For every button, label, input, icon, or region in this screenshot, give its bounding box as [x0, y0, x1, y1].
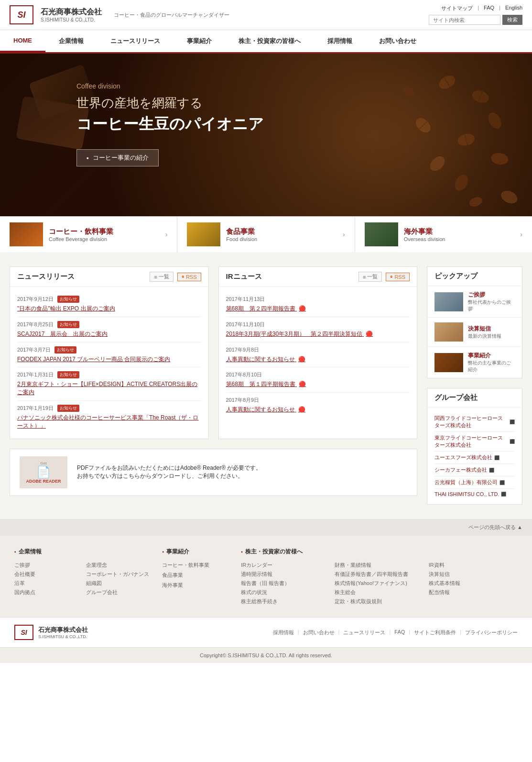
search-button[interactable]: 検索 [502, 15, 522, 25]
pickup-sub-1: 最新の決算情報 [468, 333, 501, 340]
nav-link-contact[interactable]: お問い合わせ [366, 30, 430, 52]
ir-list-btn-label: 一覧 [367, 273, 378, 280]
division-card-overseas[interactable]: 海外事業 Overseas division › [355, 217, 532, 252]
left-col: ニュースリリース ≡ 一覧 ◉ RSS [10, 266, 417, 505]
footer-col-title-company: ▪ 企業情報 [14, 548, 152, 556]
division-card-coffee[interactable]: コーヒー・飲料事業 Coffee Beverage division › [0, 217, 177, 252]
nav-link-news[interactable]: ニュースリリース [97, 30, 174, 52]
footer-link-c7[interactable]: グループ会社 [86, 589, 153, 596]
news-link-0[interactable]: "日本の食品"輸出 EXPO 出展のご案内 [17, 305, 115, 312]
news-link-3[interactable]: 2月東京ギフト・ショー【LIFE×DESIGN】ACTIVE CREATORS出… [17, 381, 197, 396]
logo-si-text: SI [17, 10, 25, 20]
group-item-0[interactable]: 関西フライドコーヒーロースターズ株式会社 ⬛ [434, 412, 515, 432]
search-input[interactable] [429, 15, 500, 25]
footer-bottom-link-5[interactable]: プライバシーポリシー [465, 629, 518, 636]
news-link-2[interactable]: FOODEX JAPAN 2017 ブルーベリー商品 合同展示のご案内 [17, 356, 171, 363]
footer-link-i9[interactable]: 株式の状況 [241, 589, 330, 596]
header: SI 石光商事株式会社 S.ISHIMITSU & CO.,LTD. コーヒー・… [0, 0, 532, 30]
english-link[interactable]: English [505, 5, 522, 12]
footer-link-i4[interactable]: 有価証券報告書／四半期報告書 [335, 571, 423, 578]
ir-link-3[interactable]: 第68期 第１四半期報告書 🔴 [226, 381, 306, 387]
nav-link-company[interactable]: 企業情報 [45, 30, 97, 52]
news-list-button[interactable]: ≡ 一覧 [150, 272, 173, 282]
footer-link-c0[interactable]: ご挨拶 [14, 562, 81, 569]
footer-link-i11[interactable]: 配当情報 [429, 589, 518, 596]
main-nav: HOME 企業情報 ニュースリリース 事業紹介 株主・投資家の皆様へ 採用情報 … [0, 30, 532, 54]
footer-cols: ▪ 企業情報 ご挨拶 企業理念 会社概要 コーポレート・ガバナンス 沿革 組織図… [14, 548, 518, 605]
pickup-item-0[interactable]: ご挨拶 弊社代表からのご挨拶 [427, 286, 522, 318]
adobe-logo: Get 📄 ADOBE READER [20, 456, 67, 488]
footer-bottom-link-1[interactable]: お問い合わせ [303, 629, 335, 636]
footer-link-i0[interactable]: IRカレンダー [241, 562, 330, 569]
nav-item-business[interactable]: 事業紹介 [174, 30, 225, 52]
footer-link-c6[interactable]: 国内拠点 [14, 589, 81, 596]
footer-link-i12[interactable]: 株主総務手続き [241, 598, 330, 605]
footer-link-c3[interactable]: コーポレート・ガバナンス [86, 571, 153, 578]
footer-bottom-link-0[interactable]: 採用情報 [273, 629, 294, 636]
footer-link-b2[interactable]: 海外事業 [162, 582, 231, 589]
news-link-1[interactable]: SCAJ2017 展示会 出展のご案内 [17, 331, 108, 337]
footer-link-b1[interactable]: 食品事業 [162, 572, 231, 579]
footer-icon-business: ▪ [162, 549, 164, 554]
nav-item-news[interactable]: ニュースリリース [97, 30, 174, 52]
footer-link-i8[interactable]: 株式基本情報 [429, 580, 518, 587]
news-rss-button[interactable]: ◉ RSS [177, 273, 201, 281]
pickup-item-1[interactable]: 決算短信 最新の決算情報 [427, 318, 522, 347]
division-info-coffee: コーヒー・飲料事業 Coffee Beverage division [49, 227, 160, 242]
sitemap-link[interactable]: サイトマップ [441, 5, 473, 12]
footer-link-c5[interactable]: 組織図 [86, 580, 153, 587]
footer-link-i10[interactable]: 株主総会 [335, 589, 423, 596]
footer-link-i2[interactable]: IR資料 [429, 562, 518, 569]
nav-link-investors[interactable]: 株主・投資家の皆様へ [225, 30, 314, 52]
footer-link-i7[interactable]: 株式情報(Yahoo!ファイナンス) [335, 580, 423, 587]
division-card-food[interactable]: 食品事業 Food division › [177, 217, 355, 252]
ir-link-0[interactable]: 第68期 第２四半期報告書 🔴 [226, 305, 306, 312]
pickup-sub-0: 弊社代表からのご挨拶 [468, 299, 515, 312]
nav-item-recruit[interactable]: 採用情報 [314, 30, 366, 52]
footer-link-i6[interactable]: 報告書（旧 報告書） [241, 580, 330, 587]
nav-item-investors[interactable]: 株主・投資家の皆様へ [225, 30, 314, 52]
footer-link-i5[interactable]: 決算短信 [429, 571, 518, 578]
ir-link-1[interactable]: 2018年3月期(平成30年3月期） 第２四半期決算短信 🔴 [226, 331, 373, 337]
group-item-5[interactable]: THAI ISHIMITSU CO., LTD. ⬛ [434, 489, 515, 499]
group-name-2: ユーエスフーズ株式会社 [434, 454, 492, 461]
pickup-sub-2: 弊社の主な事業のご紹介 [468, 360, 515, 373]
news-link-4[interactable]: パナソニック株式会社様のコーヒーサービス事業「The Roast（ザ・ロースト）… [17, 414, 198, 429]
nav-item-contact[interactable]: お問い合わせ [366, 30, 430, 52]
group-item-2[interactable]: ユーエスフーズ株式会社 ⬛ [434, 452, 515, 464]
nav-link-home[interactable]: HOME [0, 30, 45, 52]
footer-bottom-link-2[interactable]: ニュースリリース [343, 629, 385, 636]
footer-link-i13[interactable]: 定款・株式取扱規則 [335, 598, 423, 605]
ir-list-button[interactable]: ≡ 一覧 [358, 272, 382, 282]
ir-rss-button[interactable]: ◉ RSS [386, 273, 410, 281]
footer-link-b0[interactable]: コーヒー・飲料事業 [162, 562, 231, 569]
footer-link-c4[interactable]: 沿革 [14, 580, 81, 587]
footer-bottom-link-4[interactable]: サイトご利用条件 [414, 629, 456, 636]
back-to-top[interactable]: ページの先頭へ戻る ▲ [0, 519, 532, 536]
ir-link-2[interactable]: 人事異動に関するお知らせ 🔴 [226, 356, 305, 363]
pickup-item-2[interactable]: 事業紹介 弊社の主な事業のご紹介 [427, 347, 522, 378]
nav-item-home[interactable]: HOME [0, 30, 45, 52]
group-item-3[interactable]: シーカフェー株式会社 ⬛ [434, 464, 515, 476]
footer-bottom-link-3[interactable]: FAQ [394, 629, 405, 636]
nav-link-business[interactable]: 事業紹介 [174, 30, 225, 52]
list-icon: ≡ [154, 274, 157, 280]
ir-news-header: IRニュース ≡ 一覧 ◉ RSS [219, 267, 417, 287]
external-icon-3: ⬛ [489, 468, 494, 473]
faq-link[interactable]: FAQ [484, 5, 494, 12]
nav-item-company[interactable]: 企業情報 [45, 30, 97, 52]
hero-cta-button[interactable]: ▪ コーヒー事業の紹介 [76, 149, 159, 166]
news-date-0: 2017年9月12日 [17, 296, 54, 303]
ir-news-items: 2017年11月13日 第68期 第２四半期報告書 🔴 2017年11月10日 [219, 287, 417, 422]
nav-link-recruit[interactable]: 採用情報 [314, 30, 366, 52]
ir-link-4[interactable]: 人事異動に関するお知らせ 🔴 [226, 406, 305, 413]
footer-link-c1[interactable]: 企業理念 [86, 562, 153, 569]
group-item-1[interactable]: 東京フライドコーヒーロースターズ株式会社 ⬛ [434, 432, 515, 452]
pickup-section: ピックアップ ご挨拶 弊社代表からのご挨拶 決算短信 最新の決算情報 [427, 266, 522, 378]
division-subtitle-coffee: Coffee Beverage division [49, 236, 160, 242]
footer-link-c2[interactable]: 会社概要 [14, 571, 81, 578]
group-item-4[interactable]: 云光糧貿（上海）有限公司 ⬛ [434, 476, 515, 489]
footer-link-i3[interactable]: 適時開示情報 [241, 571, 330, 578]
footer-link-i1[interactable]: 財務・業績情報 [335, 562, 423, 569]
adobe-name: ADOBE READER [26, 479, 61, 484]
